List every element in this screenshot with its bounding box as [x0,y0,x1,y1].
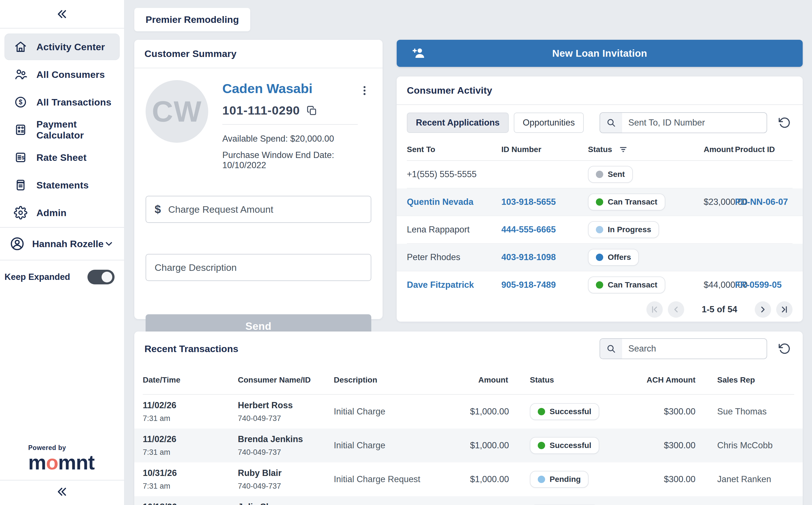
sidebar-item-label: Rate Sheet [36,152,87,163]
statements-icon [14,178,27,192]
status-dot [596,281,603,289]
customer-details: Available Spend: $20,000.00 Purchase Win… [222,134,358,170]
transaction-row[interactable]: 11/02/267:31 am Brenda Jenkins740-049-73… [134,429,803,462]
search-placeholder: Search [628,344,656,354]
tab-opportunities[interactable]: Opportunities [514,113,584,133]
amount-value: $23,000.00 [704,197,722,207]
consumer-activity-search-input[interactable]: Sent To, ID Number [600,112,767,133]
keep-expanded-row: Keep Expanded [0,261,124,294]
status-badge: Can Transact [588,193,665,210]
transaction-row[interactable]: 11/02/267:31 am Herbert Ross740-049-737 … [143,395,794,429]
merchant-tab[interactable]: Premier Remodeling [134,8,250,31]
column-status: Status [508,375,622,384]
toggle-knob [102,272,112,283]
customer-summary-header: Customer Summary [134,40,382,68]
sidebar-item-activity-center[interactable]: Activity Center [5,34,120,60]
sidebar-collapse-button[interactable] [0,0,124,28]
kebab-menu-icon[interactable] [358,82,371,100]
sidebar-item-statements[interactable]: Statements [5,172,120,198]
consumer-activity-toolbar: Recent Applications Opportunities Sent T… [397,105,803,139]
transaction-row[interactable]: 10/31/267:31 am Ruby Blair740-049-737 In… [143,462,794,496]
refresh-icon[interactable] [776,114,793,132]
product-id-link[interactable]: PD-NN-06-07 [722,197,793,207]
charge-description-input[interactable]: Charge Description [146,254,371,281]
pagination-last-button[interactable] [776,301,793,318]
chevrons-left-icon [55,484,69,500]
column-status: Status [588,145,704,154]
copy-icon[interactable] [306,105,317,116]
id-number-link[interactable]: 905-918-7489 [501,280,588,290]
consumer-activity-row[interactable]: Quentin Nevada 103-918-5655 Can Transact… [397,188,803,216]
status-cell: In Progress [588,221,704,238]
right-column: New Loan Invitation Consumer Activity Re… [397,40,803,322]
refresh-icon[interactable] [776,340,793,357]
user-menu[interactable]: Hannah Rozelle... [0,228,124,260]
status-badge: Sent [588,166,633,183]
sidebar-collapse-button-bottom[interactable] [0,481,124,505]
sent-to-link[interactable]: Quentin Nevada [407,197,501,207]
id-number-link[interactable]: 103-918-5655 [501,197,588,207]
sidebar-item-all-consumers[interactable]: All Consumers [5,61,120,88]
person-plus-icon [412,46,426,63]
sidebar-nav: Activity Center All Consumers All Transa… [0,28,124,227]
new-loan-invitation-button[interactable]: New Loan Invitation [397,40,803,67]
transactions-search-input[interactable]: Search [600,338,767,359]
status-cell: Pending [508,471,622,488]
consumer-activity-row[interactable]: Lena Rappaport 444-555-6665 In Progress [407,216,793,244]
transaction-row[interactable]: 10/18/267:31 am Julia Sherman740-049-737… [134,496,803,505]
consumer-activity-table-header: Sent To ID Number Status Amount Product … [407,139,793,161]
consumer-activity-row[interactable]: Dave Fitzpatrick 905-918-7489 Can Transa… [407,272,793,299]
status-badge: Can Transact [588,277,665,293]
customer-info: Caden Wasabi 101-111-0290 Available Spen… [222,80,358,177]
date-time-cell: 10/18/267:31 am [143,502,238,505]
column-sales-rep: Sales Rep [695,375,794,384]
status-cell: Successful [508,403,622,420]
status-dot [596,198,603,206]
description-cell: Initial Charge [334,406,470,417]
sidebar-item-rate-sheet[interactable]: Rate Sheet [5,144,120,171]
chevrons-left-icon [55,7,69,22]
charge-description-placeholder: Charge Description [155,262,237,273]
dollar-icon: $ [155,203,161,216]
pagination-prev-button[interactable] [668,301,684,318]
amount-cell: $1,000.00 [470,474,508,484]
product-id-link[interactable]: FR-0599-05 [722,280,793,290]
column-id-number: ID Number [501,145,588,154]
sidebar-item-label: Activity Center [36,41,105,52]
sidebar-item-label: All Transactions [36,97,112,108]
charge-request-amount-input[interactable]: $ Charge Request Amount [146,196,371,223]
consumer-cell: Ruby Blair740-049-737 [238,468,334,491]
sidebar-item-all-transactions[interactable]: All Transactions [5,89,120,115]
pagination-first-button[interactable] [646,301,663,318]
tab-recent-applications[interactable]: Recent Applications [407,113,509,133]
sidebar-item-admin[interactable]: Admin [5,199,120,226]
filter-icon[interactable] [619,145,628,154]
consumer-activity-row[interactable]: +1(555) 555-5555 Sent [407,161,793,188]
amount-cell: $1,000.00 [470,441,508,451]
user-name: Hannah Rozelle... [32,238,103,249]
new-loan-invitation-label: New Loan Invitation [552,48,647,59]
sidebar-item-label: Payment Calculator [36,119,119,141]
customer-name-link[interactable]: Caden Wasabi [222,81,313,96]
pagination-label: 1-5 of 54 [702,304,737,315]
consumer-activity-row[interactable]: Peter Rhodes 403-918-1098 Offers [397,244,803,272]
column-consumer-name-id: Consumer Name/ID [238,375,334,384]
column-ach-amount: ACH Amount [622,375,695,384]
date-time-cell: 10/31/267:31 am [143,468,238,491]
pagination-next-button[interactable] [755,301,771,318]
column-sent-to: Sent To [407,145,501,154]
charge-amount-placeholder: Charge Request Amount [168,204,273,215]
id-number-link[interactable]: 444-555-6665 [501,224,588,235]
calculator-icon [14,123,27,137]
ach-amount-cell: $300.00 [622,474,695,484]
status-dot [538,476,545,483]
id-number-link[interactable]: 403-918-1098 [501,252,588,263]
top-grid: Customer Summary CW Caden Wasabi 101-111… [134,40,803,322]
keep-expanded-label: Keep Expanded [5,272,70,282]
status-badge: Pending [530,471,589,488]
consumer-cell: Julia Sherman740-049-737 [238,502,334,505]
customer-info-divider [222,124,358,125]
keep-expanded-toggle[interactable] [88,270,115,284]
sidebar-item-payment-calculator[interactable]: Payment Calculator [5,117,120,143]
sent-to-link[interactable]: Dave Fitzpatrick [407,280,501,290]
